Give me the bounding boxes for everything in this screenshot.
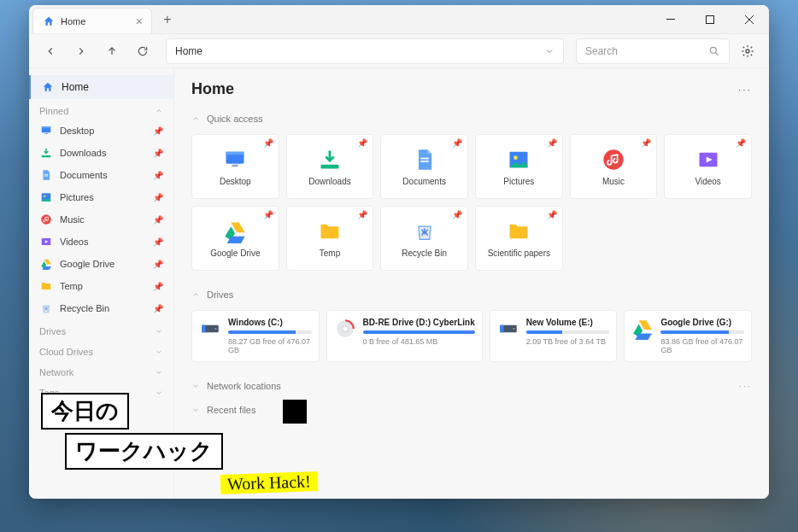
forward-button[interactable] — [68, 38, 94, 64]
settings-button[interactable] — [735, 38, 760, 64]
document-icon — [39, 168, 53, 182]
sidebar-section-network[interactable]: Network — [29, 360, 173, 381]
pin-icon: 📌 — [357, 210, 367, 219]
group-label: Recent files — [207, 405, 255, 415]
music-icon — [39, 213, 53, 226]
group-recent-files[interactable]: Recent files — [174, 398, 769, 422]
quick-access-music[interactable]: 📌 Music — [570, 134, 658, 199]
quick-access-recycle-bin[interactable]: 📌 Recycle Bin — [380, 206, 468, 271]
group-network-locations[interactable]: Network locations ··· — [174, 374, 769, 398]
quick-access-documents[interactable]: 📌 Documents — [380, 134, 468, 199]
tab-home[interactable]: Home × — [32, 8, 152, 33]
usage-bar — [363, 330, 475, 334]
drive-bd-re-drive-d-cyberlink[interactable]: BD-RE Drive (D:) CyberLink 0 B free of 4… — [326, 310, 483, 362]
card-label: Videos — [695, 177, 720, 186]
minimize-button[interactable] — [651, 5, 690, 34]
sidebar-item-videos[interactable]: Videos 📌 — [29, 231, 173, 253]
pin-icon: 📌 — [547, 138, 557, 148]
sidebar-section-pinned[interactable]: Pinned — [29, 99, 173, 120]
sidebar-item-documents[interactable]: Documents 📌 — [29, 164, 173, 186]
sidebar-item-music[interactable]: Music 📌 — [29, 208, 173, 231]
group-quick-access[interactable]: Quick access — [174, 107, 769, 131]
titlebar: Home × + — [29, 5, 769, 34]
svg-point-26 — [214, 328, 216, 330]
close-window-button[interactable] — [730, 5, 769, 34]
address-bar[interactable]: Home — [166, 38, 564, 64]
sidebar-item-recycle-bin[interactable]: Recycle Bin 📌 — [29, 297, 173, 319]
svg-rect-30 — [500, 325, 503, 333]
svg-rect-0 — [666, 19, 675, 20]
pin-icon: 📌 — [357, 138, 367, 148]
search-placeholder: Search — [585, 45, 618, 57]
toolbar: Home Search — [29, 34, 769, 68]
tab-label: Home — [61, 16, 85, 26]
chevron-down-icon — [155, 389, 163, 397]
pin-icon: 📌 — [153, 260, 163, 269]
svg-point-11 — [44, 196, 45, 197]
quick-access-google-drive[interactable]: 📌 Google Drive — [191, 206, 279, 271]
quick-access-videos[interactable]: 📌 Videos — [664, 134, 752, 199]
sidebar-item-label: Documents — [60, 170, 108, 180]
new-tab-button[interactable]: + — [155, 8, 179, 32]
more-button[interactable]: ··· — [739, 381, 752, 391]
sidebar-item-label: Temp — [60, 281, 83, 291]
pin-icon: 📌 — [153, 171, 163, 180]
sidebar: Home Pinned Desktop 📌 Downloads 📌 Docume… — [29, 68, 174, 499]
svg-point-31 — [513, 328, 514, 330]
address-text: Home — [175, 45, 202, 57]
quick-access-pictures[interactable]: 📌 Pictures — [475, 134, 563, 199]
section-label: Network — [39, 367, 73, 377]
quick-access-downloads[interactable]: 📌 Downloads — [286, 134, 374, 199]
refresh-button[interactable] — [130, 38, 155, 64]
drive-google-drive-g-[interactable]: Google Drive (G:) 83.86 GB free of 476.0… — [624, 310, 752, 362]
svg-rect-1 — [707, 16, 714, 24]
drive-name: BD-RE Drive (D:) CyberLink — [363, 318, 475, 327]
pin-icon: 📌 — [153, 126, 163, 136]
group-drives[interactable]: Drives — [174, 283, 769, 307]
pin-icon: 📌 — [153, 149, 163, 158]
svg-rect-18 — [420, 157, 428, 159]
drive-free-text: 83.86 GB free of 476.07 GB — [660, 337, 744, 354]
sidebar-item-google-drive[interactable]: Google Drive 📌 — [29, 253, 173, 275]
quick-access-desktop[interactable]: 📌 Desktop — [191, 134, 279, 199]
sidebar-item-desktop[interactable]: Desktop 📌 — [29, 120, 173, 142]
tab-strip: Home × + — [29, 5, 651, 33]
search-icon — [708, 45, 720, 57]
chevron-up-icon — [191, 114, 200, 123]
drive-new-volume-e-[interactable]: New Volume (E:) 2.09 TB free of 3.64 TB — [490, 310, 618, 362]
chevron-down-icon — [155, 368, 163, 377]
back-button[interactable] — [38, 38, 63, 64]
quick-access-scientific-papers[interactable]: 📌 Scientific papers — [475, 206, 563, 271]
group-label: Network locations — [207, 381, 281, 391]
sidebar-home[interactable]: Home — [29, 75, 173, 99]
folder-icon — [507, 219, 531, 243]
up-button[interactable] — [99, 38, 125, 64]
pin-icon: 📌 — [153, 304, 163, 313]
sidebar-item-temp[interactable]: Temp 📌 — [29, 275, 173, 297]
video-icon — [696, 148, 720, 172]
drive-windows-c-[interactable]: Windows (C:) 88.27 GB free of 476.07 GB — [191, 310, 320, 362]
video-icon — [39, 235, 53, 248]
svg-rect-25 — [202, 325, 205, 333]
sidebar-item-label: Videos — [60, 237, 88, 247]
sidebar-section-cloud-drives[interactable]: Cloud Drives — [29, 340, 173, 360]
group-label: Quick access — [207, 114, 262, 124]
chevron-up-icon — [155, 107, 163, 115]
sidebar-section-drives[interactable]: Drives — [29, 319, 173, 340]
home-icon — [41, 80, 55, 94]
sidebar-item-label: Google Drive — [60, 259, 114, 269]
quick-access-temp[interactable]: 📌 Temp — [286, 206, 374, 271]
pin-icon: 📌 — [736, 138, 746, 148]
sidebar-section-tags[interactable]: Tags — [29, 381, 173, 401]
svg-rect-7 — [42, 155, 51, 157]
sidebar-item-downloads[interactable]: Downloads 📌 — [29, 142, 173, 164]
maximize-button[interactable] — [690, 5, 730, 34]
tab-close-button[interactable]: × — [136, 15, 143, 28]
section-label: Tags — [39, 388, 59, 398]
svg-rect-5 — [42, 126, 51, 128]
chevron-down-icon — [191, 406, 200, 414]
more-actions-button[interactable]: ··· — [738, 84, 752, 96]
gdrive-icon — [223, 219, 247, 243]
search-input[interactable]: Search — [576, 38, 730, 64]
sidebar-item-pictures[interactable]: Pictures 📌 — [29, 186, 173, 208]
